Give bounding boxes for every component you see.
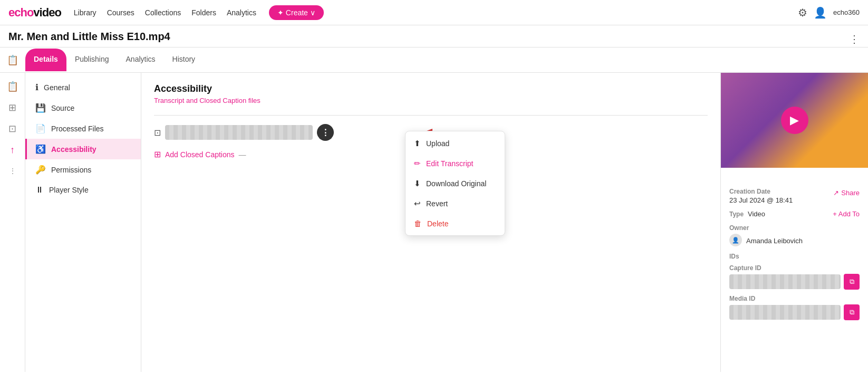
dropdown-edit-transcript[interactable]: ✏ Edit Transcript — [406, 154, 505, 174]
settings-icon[interactable]: ⚙ — [798, 6, 807, 19]
divider — [154, 115, 708, 116]
sidebar-icons: 📋 ⊞ ⊡ ↑ ⋮ — [0, 73, 25, 372]
nav-item-player-style[interactable]: ⏸ Player Style — [25, 180, 141, 200]
nav-item-source[interactable]: 💾 Source — [25, 98, 141, 118]
creation-date-label: Creation Date — [729, 188, 793, 195]
sidebar-icon-extra[interactable]: ⋮ — [3, 161, 22, 180]
page-title-bar: Mr. Men and Little Miss E10.mp4 ⋮ — [0, 25, 868, 47]
right-panel: ▶ Creation Date 23 Jul 2024 @ 18:41 ↗ Sh… — [720, 73, 868, 372]
dropdown-delete[interactable]: 🗑 Delete — [406, 214, 505, 233]
nav-item-permissions[interactable]: 🔑 Permissions — [25, 159, 141, 180]
permissions-icon: 🔑 — [35, 165, 46, 175]
cc-icon: ⊞ — [154, 149, 161, 159]
ids-label: IDs — [729, 253, 860, 260]
page-title: Mr. Men and Little Miss E10.mp4 — [8, 31, 170, 47]
media-id-row: ⧉ — [729, 304, 860, 320]
video-preview-bg: ▶ — [721, 73, 868, 168]
accessibility-icon: ♿ — [35, 144, 46, 154]
dropdown-download-original[interactable]: ⬇ Download Original — [406, 174, 505, 194]
right-panel-body: Creation Date 23 Jul 2024 @ 18:41 ↗ Shar… — [721, 168, 868, 372]
capture-id-row: ⧉ — [729, 274, 860, 290]
sidebar-icon-grid[interactable]: ⊞ — [3, 98, 22, 117]
nav-analytics[interactable]: Analytics — [227, 8, 256, 17]
dropdown-menu: ⬆ Upload ✏ Edit Transcript ⬇ Download Or… — [405, 131, 505, 236]
processed-files-icon: 📄 — [35, 123, 46, 133]
nav-collections[interactable]: Collections — [145, 8, 181, 17]
section-subtitle: Transcript and Closed Caption files — [154, 97, 708, 104]
capture-id-field — [729, 274, 841, 289]
sidebar-arrow-up[interactable]: ↑ — [3, 140, 22, 159]
tab-sidebar-icon: 📋 — [0, 54, 25, 66]
nav-links: Library Courses Collections Folders Anal… — [74, 8, 256, 17]
copy-capture-id-button[interactable]: ⧉ — [844, 274, 860, 290]
add-to-button[interactable]: + Add To — [833, 210, 860, 218]
user-icon[interactable]: 👤 — [814, 6, 827, 19]
type-row: Type Video + Add To — [729, 209, 860, 218]
source-icon: 💾 — [35, 103, 46, 113]
three-dot-menu-button[interactable]: ⋮ — [317, 124, 334, 141]
app-logo: echovideo — [8, 6, 61, 20]
more-options-icon[interactable]: ⋮ — [849, 33, 860, 45]
transcript-row-icon: ⊡ — [154, 128, 161, 138]
type-label: Type — [729, 211, 744, 218]
main-layout: 📋 ⊞ ⊡ ↑ ⋮ ℹ General 💾 Source 📄 Processed… — [0, 73, 868, 372]
tab-details[interactable]: Details — [25, 49, 66, 71]
user-label: echo360 — [833, 8, 860, 16]
creation-date-value: 23 Jul 2024 @ 18:41 — [729, 196, 793, 204]
play-button[interactable]: ▶ — [781, 107, 808, 134]
transcript-bar — [165, 125, 313, 140]
edit-transcript-icon: ✏ — [414, 159, 421, 168]
sidebar-icon-details[interactable]: 📋 — [3, 77, 22, 96]
media-id-label: Media ID — [729, 295, 860, 302]
tabs-bar: 📋 Details Publishing Analytics History — [0, 47, 868, 73]
download-original-icon: ⬇ — [414, 179, 421, 188]
nav-library[interactable]: Library — [74, 8, 97, 17]
dropdown-revert[interactable]: ↩ Revert — [406, 194, 505, 214]
type-value: Video — [748, 210, 765, 218]
left-nav: ℹ General 💾 Source 📄 Processed Files ♿ A… — [25, 73, 141, 372]
topnav-right: ⚙ 👤 echo360 — [798, 6, 860, 19]
dash-separator: — — [239, 150, 246, 159]
upload-icon: ⬆ — [414, 139, 421, 148]
owner-avatar: 👤 — [729, 234, 742, 246]
tab-analytics[interactable]: Analytics — [118, 49, 164, 71]
revert-icon: ↩ — [414, 199, 421, 208]
owner-row: 👤 Amanda Leibovich — [729, 234, 860, 246]
delete-icon: 🗑 — [414, 219, 422, 228]
top-navigation: echovideo Library Courses Collections Fo… — [0, 0, 868, 25]
details-icon: 📋 — [7, 54, 18, 66]
share-button[interactable]: ↗ Share — [833, 189, 860, 197]
create-button[interactable]: ✦ Create ∨ — [269, 5, 324, 20]
video-thumbnail: ▶ — [721, 73, 868, 168]
add-closed-captions-link[interactable]: Add Closed Captions — [165, 150, 235, 159]
nav-item-general[interactable]: ℹ General — [25, 77, 141, 98]
nav-folders[interactable]: Folders — [191, 8, 216, 17]
nav-item-processed-files[interactable]: 📄 Processed Files — [25, 118, 141, 139]
dropdown-upload[interactable]: ⬆ Upload — [406, 133, 505, 154]
tab-publishing[interactable]: Publishing — [66, 49, 118, 71]
share-icon: ↗ — [833, 189, 839, 197]
main-content: Accessibility Transcript and Closed Capt… — [141, 73, 720, 372]
player-style-icon: ⏸ — [35, 185, 44, 195]
copy-media-id-button[interactable]: ⧉ — [844, 304, 860, 320]
nav-item-accessibility[interactable]: ♿ Accessibility — [25, 139, 141, 159]
nav-courses[interactable]: Courses — [107, 8, 134, 17]
creation-date-row: Creation Date 23 Jul 2024 @ 18:41 ↗ Shar… — [729, 181, 860, 204]
media-id-field — [729, 305, 841, 320]
capture-id-label: Capture ID — [729, 264, 860, 272]
owner-name: Amanda Leibovich — [746, 237, 803, 245]
section-title: Accessibility — [154, 83, 708, 94]
sidebar-icon-captions[interactable]: ⊡ — [3, 119, 22, 138]
general-icon: ℹ — [35, 82, 38, 92]
tab-history[interactable]: History — [164, 49, 204, 71]
owner-label: Owner — [729, 224, 860, 232]
